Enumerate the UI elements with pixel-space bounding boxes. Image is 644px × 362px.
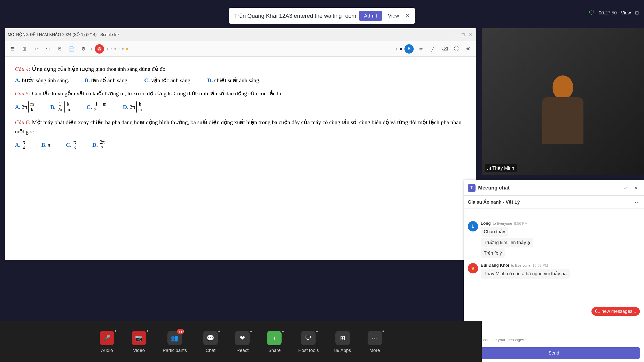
q4-d-label: D. xyxy=(207,77,213,83)
avatar-bui: ⭐ xyxy=(468,263,478,273)
notification-text: Trần Quang Khải 12A3 entered the waiting… xyxy=(234,13,356,19)
dot-yellow xyxy=(126,48,128,50)
video-person-name: Thầy Minh xyxy=(492,165,514,171)
react-chevron-icon: ▲ xyxy=(249,329,253,333)
line-icon[interactable]: ╱ xyxy=(428,44,437,54)
question-5: Câu 5: Con lắc lò xo gồm vật có khối lượ… xyxy=(15,89,466,98)
react-icon-wrap: ❤ ▲ xyxy=(234,330,251,346)
fullscreen-icon[interactable]: ⛶ xyxy=(452,44,461,54)
q4-c-label: C. xyxy=(144,77,150,83)
video-label: Video xyxy=(133,348,145,353)
q6-answer-b: B. π xyxy=(41,142,50,148)
chat-subheader: Gia sư Áo xanh - Vật Lý ⋯ xyxy=(464,196,644,209)
more-label: More xyxy=(369,348,380,353)
audio-icon-wrap: 🎤 ▲ xyxy=(99,330,115,346)
audio-chevron-icon: ▲ xyxy=(114,329,117,333)
react-icon: ❤ xyxy=(235,331,250,345)
apps-icon: ⊞ xyxy=(335,331,350,345)
share-icon-wrap: ↑ ▲ xyxy=(266,330,283,346)
undo-icon[interactable]: ↩ xyxy=(31,44,41,54)
document-content: Câu 4: Ứng dụng của hiện tượng giao thoa… xyxy=(5,57,476,260)
bar-1 xyxy=(487,169,488,170)
chat-icon-wrap: 💬 ▲ xyxy=(202,330,219,346)
new-messages-text: 61 new messages xyxy=(595,309,632,314)
avatar-long: L xyxy=(468,221,478,231)
q6-c-label: C. xyxy=(66,142,71,148)
msg-sender-bui: Bùi Đăng Khôi xyxy=(481,263,509,268)
who-can-see: 👥 Who can see your messages? xyxy=(464,335,644,344)
grid-icon[interactable]: ⊞ xyxy=(20,44,29,54)
gallery-icon[interactable]: ⊞ xyxy=(635,10,639,16)
msg-bubble-long-2: Trường kim liên thầy ạ xyxy=(481,238,533,247)
export-icon[interactable]: 📄 xyxy=(67,44,76,54)
window-titlebar: MỞ RỘNG ĐỀ THAM KHẢO 2024 (SỐ 1) (2/14) … xyxy=(5,28,476,41)
bar-2 xyxy=(489,168,489,170)
send-button[interactable]: Send xyxy=(468,347,640,359)
copy-icon[interactable]: ⎘ xyxy=(55,44,64,54)
host-tools-icon: 🛡 xyxy=(301,331,316,345)
chat-header: T Meeting chat ─ ⤢ ✕ xyxy=(464,180,644,196)
more-icon-wrap: ⋯ ▲ xyxy=(367,330,383,346)
dot-black xyxy=(400,48,402,50)
person-body xyxy=(542,97,583,144)
message-group-long: L Long to Everyone 9:56 PM Chào thầy Trư… xyxy=(468,221,640,259)
admit-button[interactable]: Admit xyxy=(359,11,382,21)
taskbar-item-share[interactable]: ↑ ▲ Share xyxy=(266,330,283,353)
view-icon[interactable]: 👁 xyxy=(464,44,473,54)
msg-content-bui: Bùi Đăng Khôi to Everyone 10:03 PM Thầy … xyxy=(481,263,640,280)
redo-icon[interactable]: ↪ xyxy=(43,44,53,54)
taskbar-item-host-tools[interactable]: 🛡 ▲ Host tools xyxy=(298,330,319,353)
settings-icon[interactable]: ⚙ xyxy=(79,44,88,54)
taskbar-item-audio[interactable]: 🎤 ▲ Audio xyxy=(99,330,115,353)
taskbar-item-chat[interactable]: 💬 ▲ Chat xyxy=(202,330,219,353)
q6-b-label: B. xyxy=(41,142,46,148)
dot-sm-2 xyxy=(118,48,120,49)
chat-minimize-button[interactable]: ─ xyxy=(611,184,619,192)
msg-to-bui: to Everyone xyxy=(511,263,530,268)
person-head xyxy=(553,75,573,99)
message-group-bui: ⭐ Bùi Đăng Khôi to Everyone 10:03 PM Thầ… xyxy=(468,263,640,280)
participants-icon-wrap: 👥 79 ▲ xyxy=(166,330,183,346)
msg-to-long: to Everyone xyxy=(493,221,512,226)
q6-label: Câu 6: xyxy=(15,119,31,125)
notification-close-button[interactable]: ✕ xyxy=(405,13,410,19)
eraser-icon[interactable]: ⌫ xyxy=(440,44,449,54)
separator-5 xyxy=(396,48,397,50)
security-shield-icon: 🛡 xyxy=(589,10,595,16)
chat-options-button[interactable]: ⋯ xyxy=(635,199,640,205)
question-6: Câu 6: Một máy phát điện xoay chiều ba p… xyxy=(15,118,466,136)
chat-chevron-icon: ▲ xyxy=(217,329,221,333)
q4-answer-b: B. tần số ánh sáng. xyxy=(84,77,129,84)
apps-label: 89 Apps xyxy=(334,348,351,353)
q4-label: Câu 4: xyxy=(15,66,31,72)
chat-messages: L Long to Everyone 9:56 PM Chào thầy Trư… xyxy=(464,209,644,335)
taskbar-item-video[interactable]: 📷 ▲ Video xyxy=(131,330,147,353)
taskbar-item-participants[interactable]: 👥 79 ▲ Participants xyxy=(163,330,187,353)
close-window-button[interactable]: ✕ xyxy=(468,32,473,37)
q5-d-label: D. xyxy=(123,104,128,110)
audio-icon: 🎤 xyxy=(100,331,114,345)
menu-icon[interactable]: ☰ xyxy=(8,44,17,54)
restore-button[interactable]: □ xyxy=(461,32,466,37)
red-tool-icon[interactable] xyxy=(95,44,104,54)
q4-b-text: tần số ánh sáng. xyxy=(91,77,129,83)
chat-popout-button[interactable]: ⤢ xyxy=(621,184,630,192)
view-label[interactable]: View xyxy=(621,10,631,16)
new-messages-badge[interactable]: 61 new messages ↓ xyxy=(591,307,640,316)
minimize-button[interactable]: ─ xyxy=(453,32,459,37)
view-button[interactable]: View xyxy=(385,11,402,21)
window-title: MỞ RỘNG ĐỀ THAM KHẢO 2024 (SỐ 1) (2/14) … xyxy=(8,32,451,37)
video-person xyxy=(482,28,644,175)
q4-b-label: B. xyxy=(84,77,90,83)
taskbar-item-more[interactable]: ⋯ ▲ More xyxy=(367,330,383,353)
pencil-icon[interactable]: ✏ xyxy=(416,44,426,54)
taskbar-item-apps[interactable]: ⊞ 89 Apps xyxy=(334,330,351,353)
taskbar-item-react[interactable]: ❤ ▲ React xyxy=(234,330,251,353)
divider-line-1 xyxy=(468,215,640,215)
separator-3 xyxy=(114,48,116,50)
user-avatar: S xyxy=(404,44,414,54)
chat-close-button[interactable]: ✕ xyxy=(632,184,640,192)
msg-sender-long: Long xyxy=(481,221,491,226)
host-tools-chevron-icon: ▲ xyxy=(315,329,319,333)
q4-answer-d: D. chiết suất ánh sáng. xyxy=(207,77,261,84)
